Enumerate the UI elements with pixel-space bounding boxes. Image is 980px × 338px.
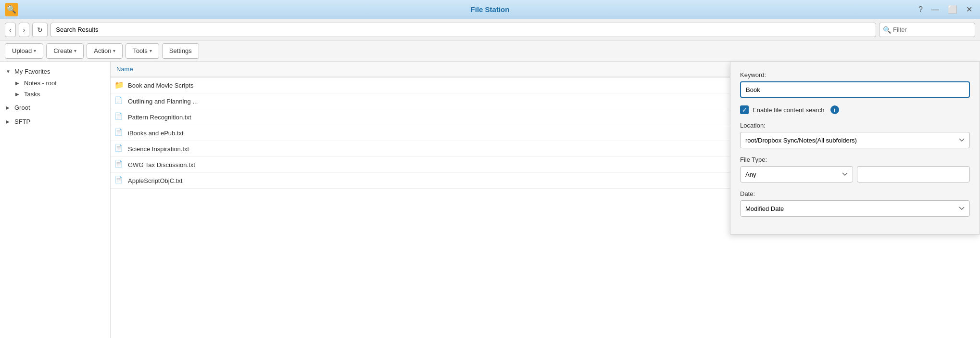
date-label: Date: [740, 190, 970, 197]
app-icon: 🔍 [5, 3, 18, 16]
content-search-label: Enable file content search [753, 106, 825, 114]
sidebar-item-sftp[interactable]: ▶ SFTP [0, 116, 110, 128]
settings-button[interactable]: Settings [162, 43, 199, 59]
date-row: Date: Modified Date Creation Date Last A… [740, 190, 970, 217]
tasks-arrow-icon: ▶ [15, 91, 21, 97]
location-row: Location: root/Dropbox Sync/Notes(All su… [740, 122, 970, 148]
sidebar-item-my-favorites[interactable]: ▼ My Favorites [0, 65, 110, 78]
content-search-checkbox-row: ✓ Enable file content search i [740, 105, 970, 114]
content-search-row: ✓ Enable file content search i [740, 105, 970, 114]
filter-input[interactable] [879, 23, 975, 37]
sidebar: ▼ My Favorites ▶ Notes - root ▶ Tasks ▶ … [0, 62, 111, 338]
favorites-arrow-icon: ▼ [6, 69, 12, 74]
back-button[interactable]: ‹ [5, 23, 16, 37]
keyword-row: Keyword: [740, 71, 970, 98]
keyword-label: Keyword: [740, 71, 970, 78]
action-button[interactable]: Action ▾ [87, 43, 123, 59]
window-title: File Station [471, 5, 510, 13]
file-type-row: File Type: Any Document Image Video Audi… [740, 156, 970, 182]
forward-button[interactable]: › [19, 23, 30, 37]
close-button[interactable]: ✕ [963, 4, 975, 15]
window-controls: ? — ⬜ ✕ [916, 4, 975, 15]
sidebar-item-notes-root[interactable]: ▶ Notes - root [10, 78, 110, 89]
doc-icon: 📄 [114, 96, 124, 106]
doc-icon: 📄 [114, 128, 124, 138]
info-icon[interactable]: i [830, 105, 839, 114]
main-layout: ▼ My Favorites ▶ Notes - root ▶ Tasks ▶ … [0, 62, 980, 338]
doc-icon: 📄 [114, 144, 124, 154]
sftp-arrow-icon: ▶ [6, 119, 12, 124]
notes-arrow-icon: ▶ [15, 80, 21, 86]
upload-arrow-icon: ▾ [34, 48, 36, 53]
content-search-checkbox[interactable]: ✓ [740, 105, 749, 114]
toolbar: Upload ▾ Create ▾ Action ▾ Tools ▾ Setti… [0, 40, 980, 62]
sidebar-section-groot: ▶ Groot [0, 102, 110, 114]
location-bar[interactable] [50, 23, 876, 37]
nav-bar: ‹ › ↻ 🔍 [0, 19, 980, 40]
location-label: Location: [740, 122, 970, 129]
filter-wrap: 🔍 [879, 23, 975, 37]
file-type-inputs: Any Document Image Video Audio Archive [740, 166, 970, 182]
date-select[interactable]: Modified Date Creation Date Last Access … [740, 200, 970, 217]
help-button[interactable]: ? [916, 4, 926, 15]
sidebar-section-sftp: ▶ SFTP [0, 116, 110, 128]
tools-button[interactable]: Tools ▾ [126, 43, 159, 59]
location-select[interactable]: root/Dropbox Sync/Notes(All subfolders) [740, 132, 970, 148]
action-arrow-icon: ▾ [113, 48, 115, 53]
file-type-label: File Type: [740, 156, 970, 163]
folder-icon: 📁 [114, 80, 124, 90]
maximize-button[interactable]: ⬜ [945, 4, 960, 15]
file-type-ext-input[interactable] [857, 166, 970, 182]
doc-icon: 📄 [114, 176, 124, 185]
minimize-button[interactable]: — [929, 4, 942, 15]
create-arrow-icon: ▾ [74, 48, 76, 53]
sidebar-item-groot[interactable]: ▶ Groot [0, 102, 110, 114]
doc-icon: 📄 [114, 112, 124, 122]
file-type-select[interactable]: Any Document Image Video Audio Archive [740, 166, 853, 182]
search-panel: Keyword: ✓ Enable file content search i … [730, 62, 980, 234]
create-button[interactable]: Create ▾ [46, 43, 84, 59]
title-bar: 🔍 File Station ? — ⬜ ✕ [0, 0, 980, 19]
groot-arrow-icon: ▶ [6, 105, 12, 110]
sidebar-section-favorites: ▼ My Favorites ▶ Notes - root ▶ Tasks [0, 65, 110, 100]
doc-icon: 📄 [114, 160, 124, 169]
sidebar-item-tasks[interactable]: ▶ Tasks [10, 89, 110, 100]
keyword-input[interactable] [740, 81, 970, 98]
sidebar-favorites-children: ▶ Notes - root ▶ Tasks [0, 78, 110, 100]
tools-arrow-icon: ▾ [150, 48, 152, 53]
upload-button[interactable]: Upload ▾ [5, 43, 43, 59]
refresh-button[interactable]: ↻ [32, 23, 48, 37]
